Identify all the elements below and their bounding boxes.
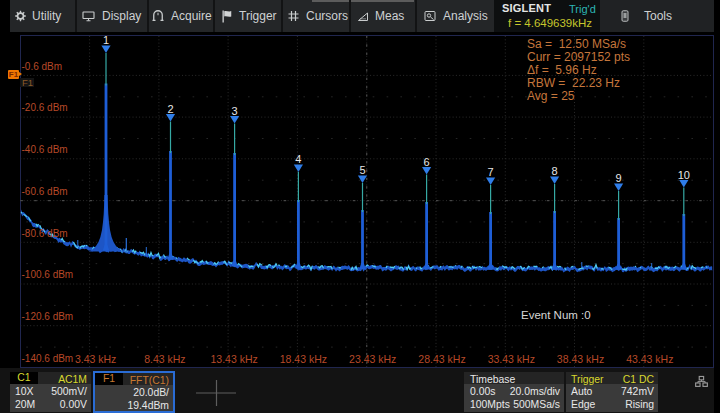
svg-text:8: 8 — [552, 165, 558, 177]
svg-text:7: 7 — [488, 166, 494, 178]
svg-text:4: 4 — [295, 153, 301, 165]
svg-text:3: 3 — [232, 105, 238, 117]
svg-text:6: 6 — [424, 156, 430, 168]
svg-text:9: 9 — [616, 172, 622, 184]
svg-text:10: 10 — [678, 169, 690, 181]
svg-text:1: 1 — [103, 34, 109, 46]
svg-text:5: 5 — [359, 164, 365, 176]
svg-text:2: 2 — [167, 103, 173, 115]
